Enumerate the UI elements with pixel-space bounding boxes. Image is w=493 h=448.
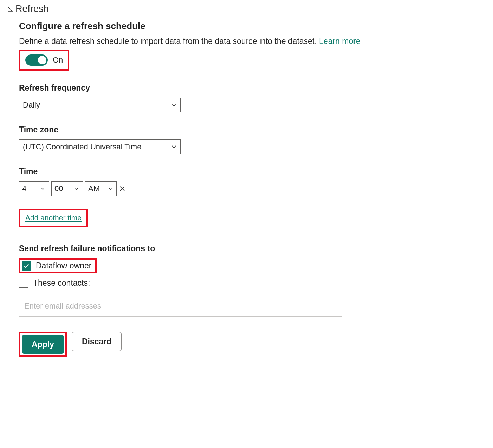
dataflow-owner-checkbox[interactable] xyxy=(22,261,31,271)
remove-time-icon[interactable] xyxy=(119,185,126,192)
contacts-email-input[interactable] xyxy=(19,296,342,317)
chevron-down-icon xyxy=(171,102,177,108)
frequency-label: Refresh frequency xyxy=(19,83,486,93)
timezone-select[interactable]: (UTC) Coordinated Universal Time xyxy=(19,139,181,154)
timezone-value: (UTC) Coordinated Universal Time xyxy=(23,142,141,151)
time-ampm-value: AM xyxy=(88,184,100,193)
frequency-select[interactable]: Daily xyxy=(19,98,181,112)
time-label: Time xyxy=(19,167,486,176)
time-ampm-select[interactable]: AM xyxy=(85,181,117,196)
section-header[interactable]: Refresh xyxy=(7,4,486,14)
apply-button[interactable]: Apply xyxy=(22,335,64,354)
toggle-state-label: On xyxy=(53,56,63,65)
toggle-highlight: On xyxy=(19,50,69,71)
apply-highlight: Apply xyxy=(19,332,67,357)
notify-label: Send refresh failure notifications to xyxy=(19,244,486,253)
chevron-down-icon xyxy=(40,186,45,191)
these-contacts-checkbox[interactable] xyxy=(19,279,28,288)
time-minute-value: 00 xyxy=(54,184,63,193)
chevron-down-icon xyxy=(74,186,79,191)
owner-highlight: Dataflow owner xyxy=(19,258,97,273)
dataflow-owner-label: Dataflow owner xyxy=(36,261,92,271)
schedule-toggle[interactable] xyxy=(25,54,48,66)
chevron-down-icon xyxy=(171,144,177,150)
config-description-text: Define a data refresh schedule to import… xyxy=(19,37,319,46)
section-title: Refresh xyxy=(15,4,49,14)
toggle-knob xyxy=(38,56,46,64)
time-hour-select[interactable]: 4 xyxy=(19,181,49,196)
these-contacts-label: These contacts: xyxy=(33,278,90,288)
add-another-time-link[interactable]: Add another time xyxy=(22,212,84,224)
frequency-value: Daily xyxy=(23,100,40,110)
learn-more-link[interactable]: Learn more xyxy=(319,37,361,46)
collapse-triangle-icon xyxy=(7,6,13,12)
timezone-label: Time zone xyxy=(19,125,486,135)
chevron-down-icon xyxy=(108,186,113,191)
add-time-highlight: Add another time xyxy=(19,209,88,227)
time-hour-value: 4 xyxy=(22,184,26,193)
config-description: Define a data refresh schedule to import… xyxy=(19,37,486,46)
time-minute-select[interactable]: 00 xyxy=(51,181,83,196)
discard-button[interactable]: Discard xyxy=(72,332,122,351)
config-heading: Configure a refresh schedule xyxy=(19,21,486,32)
